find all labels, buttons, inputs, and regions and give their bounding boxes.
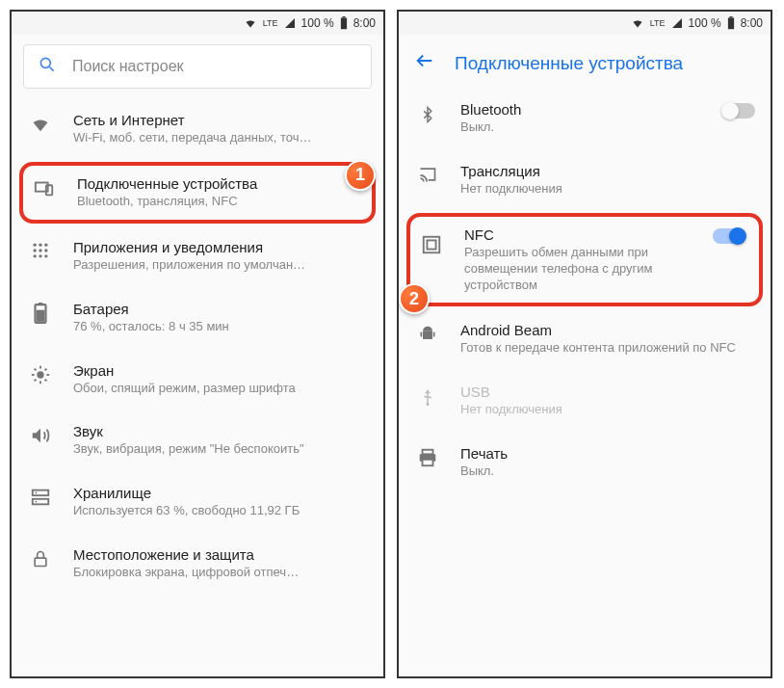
svg-line-25: [35, 379, 37, 381]
phone-connected-devices: LTE 100 % 8:00 Подключенные устройства B…: [397, 10, 772, 678]
brightness-icon: [27, 362, 54, 385]
row-title: Звук: [73, 423, 368, 439]
svg-point-10: [39, 249, 41, 251]
nfc-toggle[interactable]: [713, 228, 745, 244]
row-sub: Нет подключения: [460, 181, 755, 198]
row-sub: Обои, спящий режим, размер шрифта: [73, 381, 368, 397]
svg-rect-1: [342, 16, 345, 18]
svg-point-18: [37, 371, 43, 378]
battery-icon: [27, 301, 54, 324]
svg-point-14: [44, 254, 47, 257]
svg-point-7: [39, 243, 41, 246]
back-arrow-icon[interactable]: [414, 50, 435, 76]
row-network[interactable]: Сеть и Интернет Wi-Fi, моб. сети, переда…: [12, 98, 383, 160]
svg-line-23: [35, 368, 37, 370]
svg-point-13: [39, 254, 41, 257]
row-title: Экран: [73, 362, 368, 379]
row-title: Хранилище: [73, 485, 368, 501]
cell-icon: [671, 17, 683, 29]
search-icon: [38, 55, 57, 78]
svg-point-8: [44, 243, 47, 246]
print-icon: [414, 445, 441, 468]
row-sound[interactable]: Звук Звук, вибрация, режим "Не беспокоит…: [12, 410, 383, 471]
bluetooth-icon: [414, 101, 441, 126]
row-title: Местоположение и защита: [73, 546, 368, 563]
settings-list: Сеть и Интернет Wi-Fi, моб. сети, переда…: [12, 98, 383, 595]
devices-icon: [31, 175, 58, 198]
row-sub: Блокировка экрана, цифровой отпеч…: [73, 565, 368, 581]
row-bluetooth[interactable]: Bluetooth Выкл.: [399, 88, 771, 149]
page-header: Подключенные устройства: [399, 35, 771, 88]
row-storage[interactable]: Хранилище Используется 63 %, свободно 11…: [12, 471, 383, 533]
battery-pct: 100 %: [689, 16, 721, 30]
row-sub: Bluetooth, трансляция, NFC: [77, 194, 364, 210]
svg-point-41: [427, 403, 430, 406]
row-title: NFC: [464, 226, 693, 243]
svg-rect-44: [423, 460, 433, 465]
row-title: Подключенные устройства: [77, 175, 364, 192]
wifi-icon: [27, 112, 54, 135]
usb-icon: [414, 384, 441, 409]
signal-label: LTE: [650, 18, 666, 28]
svg-rect-0: [341, 18, 347, 30]
svg-rect-33: [729, 16, 732, 18]
row-sub: Готов к передаче контента приложений по …: [460, 340, 755, 357]
connected-devices-list: Bluetooth Выкл. Трансляция Нет подключен…: [399, 88, 771, 493]
bluetooth-toggle[interactable]: [722, 103, 755, 119]
svg-rect-35: [427, 240, 435, 249]
row-sub: Выкл.: [460, 463, 755, 480]
row-usb: USB Нет подключения: [399, 370, 771, 432]
svg-rect-32: [728, 18, 734, 30]
row-title: Сеть и Интернет: [73, 112, 368, 128]
android-icon: [414, 322, 441, 345]
svg-point-9: [34, 249, 37, 251]
row-security[interactable]: Местоположение и защита Блокировка экран…: [12, 533, 383, 595]
volume-icon: [27, 423, 54, 446]
row-nfc[interactable]: 2 NFC Разрешить обмен данными при совмещ…: [406, 213, 763, 307]
page-title: Подключенные устройства: [455, 53, 683, 74]
row-title: USB: [460, 384, 755, 400]
svg-rect-16: [39, 303, 42, 304]
row-title: Батарея: [73, 301, 368, 317]
row-sub: Wi-Fi, моб. сети, передача данных, точ…: [73, 130, 368, 146]
row-title: Трансляция: [460, 163, 755, 179]
svg-point-2: [40, 58, 50, 67]
svg-point-6: [34, 243, 37, 246]
nfc-icon: [418, 226, 445, 255]
battery-icon: [340, 16, 348, 30]
row-title: Печать: [460, 445, 755, 462]
apps-icon: [27, 239, 54, 260]
svg-point-30: [36, 501, 38, 503]
row-print[interactable]: Печать Выкл.: [399, 432, 771, 493]
row-display[interactable]: Экран Обои, спящий режим, размер шрифта: [12, 349, 383, 410]
row-apps[interactable]: Приложения и уведомления Разрешения, при…: [12, 225, 383, 287]
row-sub: Разрешения, приложения по умолчан…: [73, 257, 368, 274]
row-cast[interactable]: Трансляция Нет подключения: [399, 149, 771, 211]
phone-settings-main: LTE 100 % 8:00 Поиск настроек Сеть и Инт…: [10, 10, 385, 678]
row-battery[interactable]: Батарея 76 %, осталось: 8 ч 35 мин: [12, 287, 383, 349]
search-placeholder: Поиск настроек: [72, 58, 184, 75]
wifi-icon: [631, 17, 644, 29]
battery-icon: [727, 16, 735, 30]
row-connected-devices[interactable]: 1 Подключенные устройства Bluetooth, тра…: [19, 162, 376, 224]
row-title: Android Beam: [460, 322, 755, 338]
svg-point-29: [36, 492, 38, 494]
row-sub: Выкл.: [460, 119, 703, 136]
row-sub: Разрешить обмен данными при совмещении т…: [464, 245, 693, 294]
clock: 8:00: [353, 16, 376, 30]
row-sub: Нет подключения: [460, 402, 755, 418]
row-title: Приложения и уведомления: [73, 239, 368, 255]
svg-point-12: [34, 254, 37, 257]
storage-icon: [27, 485, 54, 508]
row-sub: Звук, вибрация, режим "Не беспокоить": [73, 441, 368, 458]
search-settings[interactable]: Поиск настроек: [23, 44, 372, 89]
svg-rect-27: [33, 490, 49, 496]
svg-point-11: [44, 249, 47, 251]
status-bar: LTE 100 % 8:00: [12, 12, 383, 35]
row-sub: 76 %, осталось: 8 ч 35 мин: [73, 319, 368, 335]
svg-rect-39: [421, 332, 423, 337]
row-android-beam[interactable]: Android Beam Готов к передаче контента п…: [399, 308, 771, 370]
battery-pct: 100 %: [301, 16, 334, 30]
svg-rect-36: [423, 331, 432, 339]
row-title: Bluetooth: [460, 101, 703, 118]
